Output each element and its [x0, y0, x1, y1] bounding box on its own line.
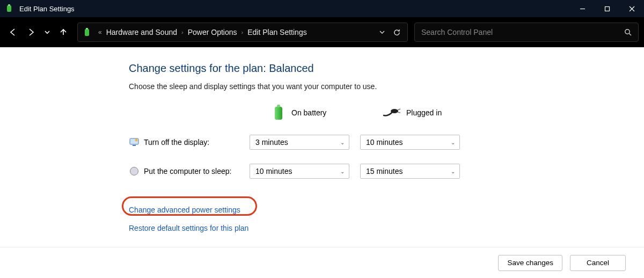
window-controls	[570, 0, 644, 17]
svg-line-9	[629, 33, 631, 35]
battery-icon	[83, 27, 94, 37]
titlebar: Edit Plan Settings	[0, 0, 644, 17]
breadcrumb-item[interactable]: Power Options	[188, 28, 237, 36]
maximize-button[interactable]	[595, 0, 619, 17]
advanced-settings-link[interactable]: Change advanced power settings	[129, 206, 240, 214]
on-battery-header: On battery	[271, 104, 376, 122]
combo-value: 10 minutes	[255, 167, 292, 175]
row-label: Turn off the display:	[144, 138, 209, 147]
search-icon[interactable]	[624, 28, 632, 36]
chevron-right-icon: ›	[181, 29, 184, 35]
breadcrumb: « Hardware and Sound › Power Options › E…	[98, 28, 379, 36]
svg-rect-11	[275, 107, 282, 120]
chevron-down-icon: ⌄	[451, 140, 455, 145]
svg-line-15	[398, 112, 400, 113]
breadcrumb-prefix: «	[98, 28, 102, 36]
svg-point-17	[135, 139, 138, 142]
combo-value: 15 minutes	[366, 167, 402, 175]
svg-line-14	[398, 109, 400, 110]
save-button[interactable]: Save changes	[498, 255, 562, 271]
svg-rect-3	[605, 6, 609, 11]
row-label: Put the computer to sleep:	[144, 167, 231, 175]
navbar: « Hardware and Sound › Power Options › E…	[0, 17, 644, 47]
app-icon	[5, 4, 14, 13]
display-plugged-combo[interactable]: 10 minutes ⌄	[360, 135, 460, 150]
refresh-button[interactable]	[393, 28, 401, 36]
plugged-in-label: Plugged in	[406, 108, 442, 117]
window-title: Edit Plan Settings	[19, 5, 570, 13]
nav-up-button[interactable]	[56, 24, 71, 41]
battery-icon	[271, 104, 286, 122]
content-area: Change settings for the plan: Balanced C…	[0, 47, 644, 278]
address-bar[interactable]: « Hardware and Sound › Power Options › E…	[77, 23, 408, 42]
nav-back-button[interactable]	[5, 24, 20, 41]
svg-point-13	[391, 109, 398, 113]
sleep-plugged-combo[interactable]: 15 minutes ⌄	[360, 164, 460, 179]
combo-value: 10 minutes	[366, 138, 402, 147]
plugged-in-header: Plugged in	[383, 107, 488, 118]
row-sleep: Put the computer to sleep: 10 minutes ⌄ …	[129, 164, 644, 179]
footer: Save changes Cancel	[0, 247, 644, 278]
breadcrumb-item[interactable]: Hardware and Sound	[106, 28, 177, 36]
chevron-down-icon: ⌄	[340, 169, 345, 174]
nav-forward-button[interactable]	[24, 24, 39, 41]
chevron-down-icon: ⌄	[340, 140, 345, 145]
combo-value: 3 minutes	[255, 138, 288, 147]
svg-rect-6	[85, 29, 89, 36]
svg-rect-1	[8, 4, 10, 6]
moon-icon	[129, 166, 140, 177]
nav-recent-dropdown[interactable]	[42, 24, 53, 41]
close-button[interactable]	[619, 0, 644, 17]
display-battery-combo[interactable]: 3 minutes ⌄	[250, 135, 349, 150]
svg-rect-0	[7, 5, 11, 12]
search-input[interactable]	[421, 28, 624, 36]
on-battery-label: On battery	[291, 108, 326, 117]
chevron-right-icon: ›	[241, 29, 244, 35]
sleep-battery-combo[interactable]: 10 minutes ⌄	[250, 164, 349, 179]
svg-rect-7	[86, 28, 88, 30]
search-box[interactable]	[414, 23, 639, 42]
breadcrumb-item[interactable]: Edit Plan Settings	[247, 28, 307, 36]
cancel-button[interactable]: Cancel	[570, 255, 626, 271]
page-subtitle: Choose the sleep and display settings th…	[129, 82, 644, 91]
svg-point-8	[625, 30, 630, 34]
row-turn-off-display: Turn off the display: 3 minutes ⌄ 10 min…	[129, 135, 644, 150]
address-dropdown-button[interactable]	[379, 29, 385, 35]
minimize-button[interactable]	[570, 0, 595, 17]
chevron-down-icon: ⌄	[451, 169, 455, 174]
monitor-icon	[129, 137, 140, 148]
restore-defaults-link[interactable]: Restore default settings for this plan	[129, 224, 248, 232]
column-headers: On battery Plugged in	[129, 104, 644, 122]
svg-rect-12	[277, 105, 280, 107]
plug-icon	[383, 107, 401, 118]
svg-point-19	[130, 167, 138, 175]
page-title: Change settings for the plan: Balanced	[129, 62, 644, 75]
svg-rect-18	[133, 145, 136, 146]
